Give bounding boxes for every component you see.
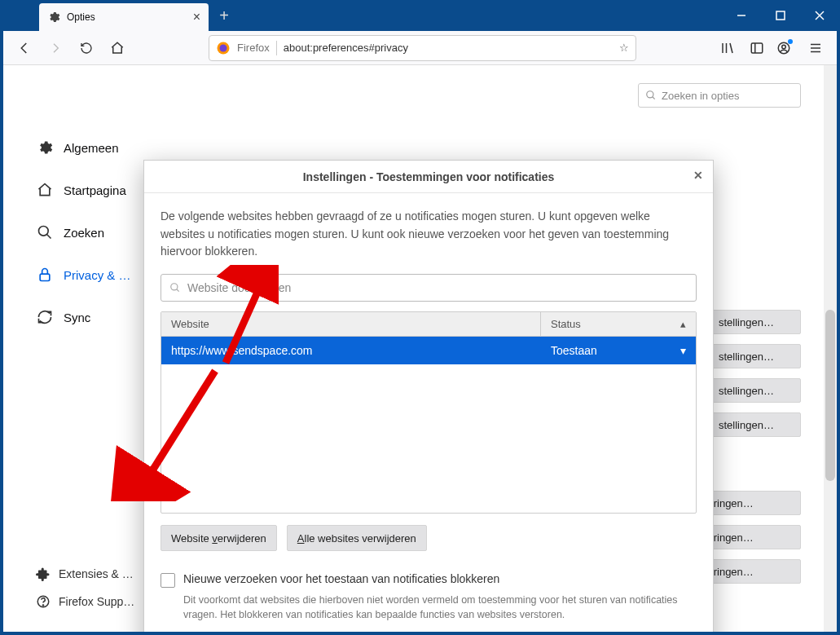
remove-all-websites-button[interactable]: Alle websites verwijderen (287, 525, 427, 551)
app-menu-button[interactable] (803, 35, 829, 61)
permissions-table: Website Status ▴ https://www.sendspace.c… (161, 311, 697, 514)
support-link[interactable]: Firefox Supp… (36, 594, 134, 609)
sync-icon (36, 308, 54, 326)
svg-line-17 (653, 97, 655, 99)
svg-point-23 (171, 284, 178, 290)
search-icon (645, 90, 657, 101)
svg-rect-9 (751, 43, 763, 53)
gear-icon (36, 139, 54, 157)
browser-tab[interactable]: Opties × (39, 3, 209, 31)
extensions-label: Extensies & … (59, 567, 134, 580)
settings-button[interactable]: stellingen… (710, 412, 801, 437)
search-icon (169, 282, 181, 293)
url-brand: Firefox (237, 42, 270, 54)
svg-point-12 (782, 45, 786, 49)
cell-status[interactable]: Toestaan ▾ (541, 344, 696, 357)
svg-rect-1 (776, 11, 785, 20)
puzzle-icon (36, 567, 51, 581)
svg-line-24 (177, 289, 179, 292)
reload-button[interactable] (73, 35, 99, 61)
sort-asc-icon: ▴ (680, 318, 686, 330)
lock-icon (36, 266, 54, 284)
search-icon (36, 223, 54, 241)
window-close-button[interactable] (804, 5, 835, 26)
sidebar-item-home[interactable]: Startpagina (36, 181, 150, 199)
extensions-link[interactable]: Extensies & … (36, 567, 134, 581)
settings-button[interactable]: stellingen… (710, 378, 801, 403)
home-button[interactable] (104, 35, 130, 61)
chevron-down-icon: ▾ (680, 344, 686, 357)
bookmark-star-icon[interactable]: ☆ (619, 42, 629, 54)
close-icon[interactable]: ✕ (693, 169, 703, 182)
tab-title: Opties (67, 11, 187, 23)
sidebar-item-label: Startpagina (64, 183, 126, 197)
scrollbar-thumb[interactable] (825, 310, 835, 481)
support-label: Firefox Supp… (59, 595, 134, 608)
sidebar-item-general[interactable]: Algemeen (36, 139, 150, 157)
nav-forward-button[interactable] (42, 35, 68, 61)
svg-point-16 (647, 91, 653, 98)
settings-button[interactable]: stellingen… (710, 344, 801, 368)
dialog-search-placeholder: Website doorzoeken (187, 281, 291, 294)
svg-line-8 (730, 43, 732, 53)
close-icon[interactable]: × (193, 10, 200, 24)
sidebar-item-label: Zoeken (64, 226, 104, 240)
remove-website-button[interactable]: Website verwijderen (161, 525, 277, 551)
svg-rect-20 (40, 274, 50, 280)
window-maximize-button[interactable] (765, 5, 796, 26)
url-bar[interactable]: Firefox about:preferences#privacy ☆ (209, 35, 636, 61)
prefs-search-placeholder: Zoeken in opties (662, 90, 739, 102)
sidebar-toggle-button[interactable] (744, 35, 770, 61)
gear-icon (47, 11, 60, 24)
new-tab-button[interactable]: + (212, 3, 236, 28)
column-header-status[interactable]: Status ▴ (541, 312, 696, 336)
sidebar-item-search[interactable]: Zoeken (36, 223, 150, 241)
permissions-dialog: Instellingen - Toestemmingen voor notifi… (143, 160, 714, 632)
settings-button[interactable]: stellingen… (710, 310, 801, 334)
sidebar-item-sync[interactable]: Sync (36, 308, 150, 326)
home-icon (36, 181, 54, 199)
block-new-requests-checkbox[interactable] (161, 573, 175, 588)
svg-point-22 (42, 605, 43, 606)
library-button[interactable] (715, 35, 741, 61)
dialog-description: De volgende websites hebben gevraagd of … (161, 208, 697, 261)
prefs-search-input[interactable]: Zoeken in opties (638, 83, 801, 108)
account-button[interactable] (773, 35, 799, 61)
dialog-title: Instellingen - Toestemmingen voor notifi… (144, 161, 713, 193)
svg-point-5 (220, 44, 227, 51)
nav-back-button[interactable] (11, 35, 37, 61)
sidebar-item-label: Sync (64, 311, 90, 324)
window-minimize-button[interactable] (726, 5, 757, 26)
separator (276, 41, 277, 55)
block-checkbox-label: Nieuwe verzoeken voor het toestaan van n… (183, 572, 499, 585)
sidebar-item-label: Algemeen (64, 141, 119, 155)
help-icon (36, 594, 51, 609)
svg-point-18 (39, 227, 49, 236)
sidebar-item-privacy[interactable]: Privacy & … (36, 266, 150, 284)
column-header-website[interactable]: Website (161, 312, 541, 336)
url-text: about:preferences#privacy (284, 42, 613, 54)
scrollbar[interactable] (824, 65, 837, 632)
cell-website: https://www.sendspace.com (161, 344, 541, 357)
block-checkbox-desc: Dit voorkomt dat websites die hierboven … (183, 593, 697, 622)
sidebar-item-label: Privacy & … (64, 268, 131, 282)
firefox-logo-icon (216, 41, 231, 55)
dialog-search-input[interactable]: Website doorzoeken (161, 274, 697, 302)
table-row[interactable]: https://www.sendspace.com Toestaan ▾ (161, 337, 696, 364)
svg-line-19 (47, 235, 51, 239)
